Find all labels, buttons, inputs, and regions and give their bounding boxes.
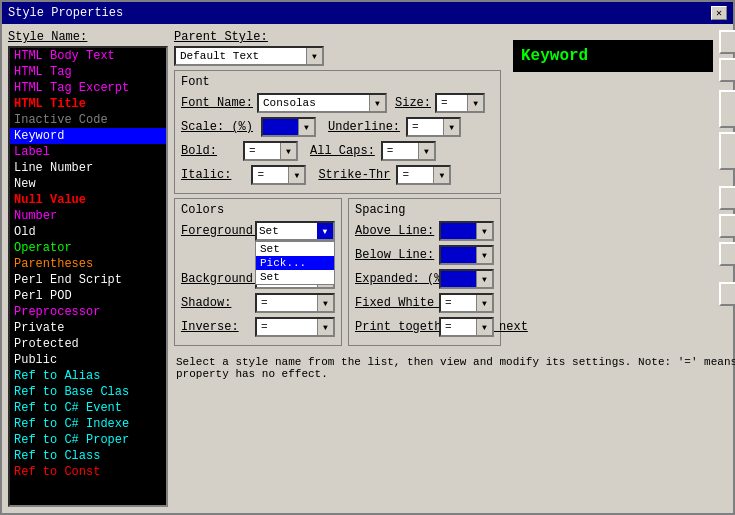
font-name-arrow[interactable]: ▼ — [369, 95, 385, 111]
print-together-select[interactable]: = ▼ — [439, 317, 494, 337]
foreground-label: Foreground: — [181, 224, 251, 238]
scale-select[interactable]: ▼ — [261, 117, 316, 137]
list-item[interactable]: Ref to Class — [10, 448, 166, 464]
list-item[interactable]: Private — [10, 320, 166, 336]
size-arrow[interactable]: ▼ — [467, 95, 483, 111]
list-item[interactable]: Protected — [10, 336, 166, 352]
size-select[interactable]: = ▼ — [435, 93, 485, 113]
inverse-arrow[interactable]: ▼ — [317, 319, 333, 335]
list-item[interactable]: Inactive Code — [10, 112, 166, 128]
strike-label: Strike-Thr — [318, 168, 390, 182]
colors-title: Colors — [181, 203, 335, 217]
reset-button[interactable]: Reset... — [719, 242, 735, 266]
bold-label: Bold: — [181, 144, 217, 158]
add-style-button[interactable]: Add Style... — [719, 90, 735, 128]
list-item[interactable]: Ref to Base Clas — [10, 384, 166, 400]
print-together-arrow[interactable]: ▼ — [476, 319, 492, 335]
button-panel: Done Cancel — [719, 30, 735, 82]
fixed-white-arrow[interactable]: ▼ — [476, 295, 492, 311]
font-name-select[interactable]: Consolas ▼ — [257, 93, 387, 113]
bottom-text: Select a style name from the list, then … — [174, 354, 735, 382]
italic-label: Italic: — [181, 168, 231, 182]
list-item[interactable]: New — [10, 176, 166, 192]
list-item[interactable]: Perl End Script — [10, 272, 166, 288]
window-title: Style Properties — [8, 6, 123, 20]
list-item[interactable]: Ref to C# Event — [10, 400, 166, 416]
parent-style-arrow[interactable]: ▼ — [306, 48, 322, 64]
style-list-container[interactable]: HTML Body TextHTML TagHTML Tag ExcerptHT… — [8, 46, 168, 507]
list-item[interactable]: Operator — [10, 240, 166, 256]
italic-select[interactable]: = ▼ — [251, 165, 306, 185]
bold-select[interactable]: = ▼ — [243, 141, 298, 161]
cancel-button[interactable]: Cancel — [719, 58, 735, 82]
list-item[interactable]: Public — [10, 352, 166, 368]
list-item[interactable]: Parentheses — [10, 256, 166, 272]
inverse-label: Inverse: — [181, 320, 251, 334]
expanded-arrow[interactable]: ▼ — [476, 271, 492, 287]
done-button[interactable]: Done — [719, 30, 735, 54]
delete-style-button[interactable]: Delete Style — [719, 132, 735, 170]
font-name-label: Font Name: — [181, 96, 253, 110]
above-label: Above Line: — [355, 224, 435, 238]
all-caps-select[interactable]: = ▼ — [381, 141, 436, 161]
font-section-title: Font — [181, 75, 494, 89]
bold-arrow[interactable]: ▼ — [280, 143, 296, 159]
foreground-dropdown: Set Pick... Set — [255, 241, 335, 285]
all-caps-label: All Caps: — [310, 144, 375, 158]
shadow-arrow[interactable]: ▼ — [317, 295, 333, 311]
list-item[interactable]: Label — [10, 144, 166, 160]
parent-style-select[interactable]: Default Text ▼ — [174, 46, 324, 66]
list-item[interactable]: HTML Tag — [10, 64, 166, 80]
parent-style-section: Parent Style: Default Text ▼ Font Font N… — [174, 30, 501, 346]
parent-style-label: Parent Style: — [174, 30, 501, 44]
strike-select[interactable]: = ▼ — [396, 165, 451, 185]
scale-arrow[interactable]: ▼ — [298, 119, 314, 135]
left-panel: Style Name: HTML Body TextHTML TagHTML T… — [8, 30, 168, 507]
spacing-section: Spacing Above Line: ▼ — [348, 198, 501, 346]
save-button[interactable]: Save... — [719, 214, 735, 238]
italic-arrow[interactable]: ▼ — [288, 167, 304, 183]
strike-arrow[interactable]: ▼ — [433, 167, 449, 183]
list-item[interactable]: Ref to Alias — [10, 368, 166, 384]
above-arrow[interactable]: ▼ — [476, 223, 492, 239]
shadow-select[interactable]: = ▼ — [255, 293, 335, 313]
dropdown-pick[interactable]: Pick... — [256, 256, 334, 270]
list-item[interactable]: HTML Title — [10, 96, 166, 112]
print-together-label: Print together with next — [355, 320, 435, 334]
right-panel: Parent Style: Default Text ▼ Font Font N… — [174, 30, 735, 507]
below-field[interactable]: ▼ — [439, 245, 494, 265]
foreground-dropdown-container: Set ▼ Set Pick... Set — [255, 221, 335, 241]
list-item[interactable]: Null Value — [10, 192, 166, 208]
underline-arrow[interactable]: ▼ — [443, 119, 459, 135]
list-item[interactable]: Ref to C# Indexe — [10, 416, 166, 432]
list-item[interactable]: Preprocessor — [10, 304, 166, 320]
list-item[interactable]: Perl POD — [10, 288, 166, 304]
below-label: Below Line: — [355, 248, 435, 262]
below-arrow[interactable]: ▼ — [476, 247, 492, 263]
colors-section: Colors Foreground: Set ▼ — [174, 198, 342, 346]
list-item[interactable]: Line Number — [10, 160, 166, 176]
underline-select[interactable]: = ▼ — [406, 117, 461, 137]
list-item[interactable]: Ref to C# Proper — [10, 432, 166, 448]
foreground-select[interactable]: Set ▼ — [255, 221, 335, 241]
dropdown-set[interactable]: Set — [256, 242, 334, 256]
help-button[interactable]: Help — [719, 282, 735, 306]
dropdown-set2[interactable]: Set — [256, 270, 334, 284]
list-item[interactable]: Old — [10, 224, 166, 240]
expanded-field[interactable]: ▼ — [439, 269, 494, 289]
list-item[interactable]: HTML Body Text — [10, 48, 166, 64]
load-button[interactable]: Load... — [719, 186, 735, 210]
fixed-white-select[interactable]: = ▼ — [439, 293, 494, 313]
background-label: Background: — [181, 272, 251, 286]
list-item[interactable]: Number — [10, 208, 166, 224]
foreground-arrow[interactable]: ▼ — [317, 223, 333, 239]
list-item[interactable]: Ref to Const — [10, 464, 166, 480]
close-button[interactable]: ✕ — [711, 6, 727, 20]
shadow-label: Shadow: — [181, 296, 251, 310]
list-item[interactable]: HTML Tag Excerpt — [10, 80, 166, 96]
inverse-select[interactable]: = ▼ — [255, 317, 335, 337]
above-field[interactable]: ▼ — [439, 221, 494, 241]
all-caps-arrow[interactable]: ▼ — [418, 143, 434, 159]
style-properties-window: Style Properties ✕ Style Name: HTML Body… — [0, 0, 735, 515]
list-item[interactable]: Keyword — [10, 128, 166, 144]
